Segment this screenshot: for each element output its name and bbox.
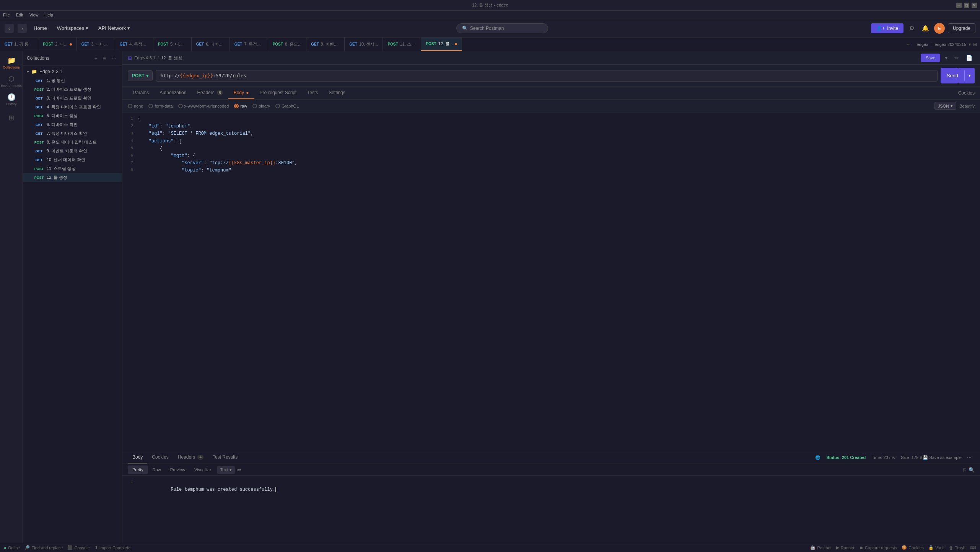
collection-item-2[interactable]: GET 3. 디바이스 프로필 확인 [23,94,122,103]
home-nav[interactable]: Home [31,24,50,33]
radio-none[interactable]: none [128,104,143,108]
collection-item-0[interactable]: GET 1. 핑 통신 [23,76,122,85]
collection-item-10[interactable]: POST 11. 스트림 생성 [23,164,122,173]
menu-view[interactable]: View [29,13,39,17]
json-format-select[interactable]: JSON ▾ [934,102,956,110]
tab-list-icon[interactable]: ⊞ [973,42,977,47]
tab-0[interactable]: GET 1. 핑 통 [0,38,38,51]
tab-7[interactable]: POST 8. 온도... [268,38,307,51]
send-options-button[interactable]: ▾ [958,68,975,83]
menu-edit[interactable]: Edit [16,13,23,17]
postbot-button[interactable]: 🤖 Postbot [810,545,831,550]
resp-format-select[interactable]: Text ▾ [217,466,235,474]
maximize-button[interactable]: □ [964,3,969,8]
resp-body-tab-raw[interactable]: Raw [148,465,166,474]
status-online[interactable]: ● Online [4,545,20,550]
notifications-button[interactable]: 🔔 [920,23,931,34]
add-tab-button[interactable]: + [902,38,913,51]
tab-5[interactable]: GET 6. 디바... [192,38,230,51]
save-as-example-button[interactable]: 💾 Save as example [923,455,962,460]
resp-tab-cookies[interactable]: Cookies [147,451,173,464]
minimize-button[interactable]: ─ [956,3,962,8]
trash-button[interactable]: 🗑 Trash [949,545,965,550]
collection-item-1[interactable]: POST 2. 디바이스 프로필 생성 [23,85,122,94]
settings-button[interactable]: ⚙ [907,23,917,34]
req-tab-body[interactable]: Body ● [228,87,254,99]
collection-item-9[interactable]: GET 10. 센서 데이터 확인 [23,155,122,164]
import-complete-status[interactable]: ⬆ Import Complete [94,545,130,550]
invite-button[interactable]: 👤+ Invite [871,23,903,33]
radio-raw[interactable]: raw [234,104,247,108]
resp-tab-body[interactable]: Body [128,451,147,464]
cookies-link[interactable]: Cookies [958,90,975,96]
req-tab-tests[interactable]: Tests [302,87,323,99]
req-tab-headers[interactable]: Headers 8 [192,87,228,99]
resp-body-tab-visualize[interactable]: Visualize [190,465,216,474]
save-options-button[interactable]: ▾ [943,54,950,62]
code-editor[interactable]: 1 { 2 "id": "temphum", 3 "sql": "SELECT … [122,113,980,451]
collection-item-8[interactable]: GET 9. 이벤트 카운터 확인 [23,147,122,155]
tab-10[interactable]: POST 11. 스... [383,38,421,51]
response-more-options[interactable]: ⋯ [964,454,975,461]
avatar[interactable]: E [934,23,945,34]
req-tab-authorization[interactable]: Authorization [154,87,192,99]
collection-item-4[interactable]: POST 5. 디바이스 생성 [23,111,122,120]
radio-urlencoded[interactable]: x-www-form-urlencoded [178,104,229,108]
search-bar[interactable]: 🔍 Search Postman [456,23,548,33]
collection-folder-edgex[interactable]: ▾ 📁 Edge-X 3.1 [23,67,122,76]
upgrade-button[interactable]: Upgrade [948,23,975,33]
radio-graphql[interactable]: GraphQL [275,104,299,108]
chevron-down-icon[interactable]: ▾ [969,42,971,47]
forward-button[interactable]: › [18,24,27,33]
req-tab-settings[interactable]: Settings [323,87,350,99]
capture-requests-button[interactable]: ⏺ Capture requests [859,545,897,550]
save-button[interactable]: Save [921,54,940,62]
collection-item-11[interactable]: POST 12. 룰 생성 [23,173,122,182]
menu-file[interactable]: File [3,13,10,17]
find-replace-button[interactable]: 🔎 Find and replace [24,545,63,550]
resp-tab-test-results[interactable]: Test Results [208,451,242,464]
tab-9[interactable]: GET 10. 센서... [345,38,383,51]
runner-button[interactable]: ▶ Runner [836,545,855,550]
collection-item-5[interactable]: GET 6. 디바이스 확인 [23,120,122,129]
req-tab-params[interactable]: Params [128,87,154,99]
sidebar-item-history[interactable]: 🕐 History [3,91,20,108]
url-input[interactable]: http://{{edgex_ip}}:59720/rules [156,70,938,82]
collection-item-3[interactable]: GET 4. 특정 디바이스 프로필 확인 [23,103,122,111]
radio-form-data[interactable]: form-data [148,104,173,108]
tab-2[interactable]: GET 3. 디바... [77,38,115,51]
resp-body-tab-pretty[interactable]: Pretty [128,465,148,474]
vault-button[interactable]: 🔒 Vault [928,545,944,550]
method-select[interactable]: POST ▾ [128,70,153,81]
edit-button[interactable]: ✏ [952,54,961,62]
sidebar-item-environments[interactable]: ⬡ Environments [3,73,20,90]
copy-response-button[interactable]: ⎘ [963,467,966,473]
keyboard-button[interactable]: ⌨ [970,545,976,550]
tab-11[interactable]: POST 12. 룰... [421,38,462,51]
tab-1[interactable]: POST 2. 디... [38,38,77,51]
collection-menu-button[interactable]: ≡ [101,54,107,62]
tab-3[interactable]: GET 4. 특정... [115,38,153,51]
api-network-nav[interactable]: API Network ▾ [95,24,133,33]
docs-button[interactable]: 📄 [964,54,975,62]
resp-tab-headers[interactable]: Headers 4 [173,451,208,464]
collection-item-7[interactable]: POST 8. 온도 데이터 입력 테스트 [23,138,122,147]
workspaces-nav[interactable]: Workspaces ▾ [54,24,91,33]
tab-4[interactable]: POST 5. 디... [153,38,192,51]
tab-8[interactable]: GET 9. 이벤... [306,38,345,51]
sidebar-item-other[interactable]: ⊞ [3,109,20,126]
menu-help[interactable]: Help [44,13,53,17]
console-button[interactable]: ⬛ Console [67,545,90,550]
close-button[interactable]: ✕ [972,3,977,8]
add-collection-button[interactable]: + [93,54,99,62]
cookies-status-button[interactable]: 🍪 Cookies [902,545,924,550]
resp-body-tab-preview[interactable]: Preview [166,465,190,474]
resp-wrap-button[interactable]: ⇌ [237,467,241,473]
sidebar-item-collections[interactable]: 📁 Collections [3,54,20,71]
tab-6[interactable]: GET 7. 특정... [230,38,268,51]
collection-item-6[interactable]: GET 7. 특정 디바이스 확인 [23,129,122,138]
send-button[interactable]: Send [941,68,958,83]
back-button[interactable]: ‹ [5,24,14,33]
beautify-button[interactable]: Beautify [959,104,975,108]
req-tab-prerequest[interactable]: Pre-request Script [254,87,302,99]
